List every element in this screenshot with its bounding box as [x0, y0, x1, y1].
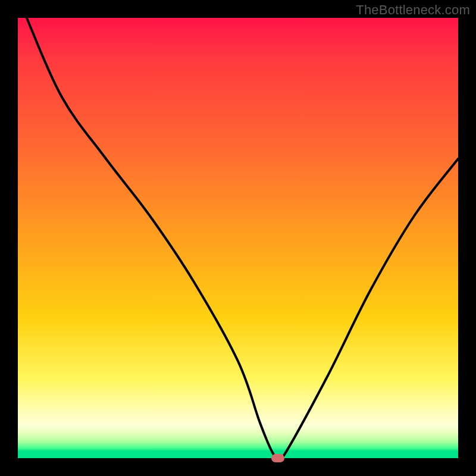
optimum-marker	[271, 454, 284, 462]
plot-area	[18, 18, 458, 458]
watermark-text: TheBottleneck.com	[356, 2, 470, 18]
chart-frame: TheBottleneck.com	[0, 0, 476, 476]
bottleneck-curve	[18, 18, 458, 458]
